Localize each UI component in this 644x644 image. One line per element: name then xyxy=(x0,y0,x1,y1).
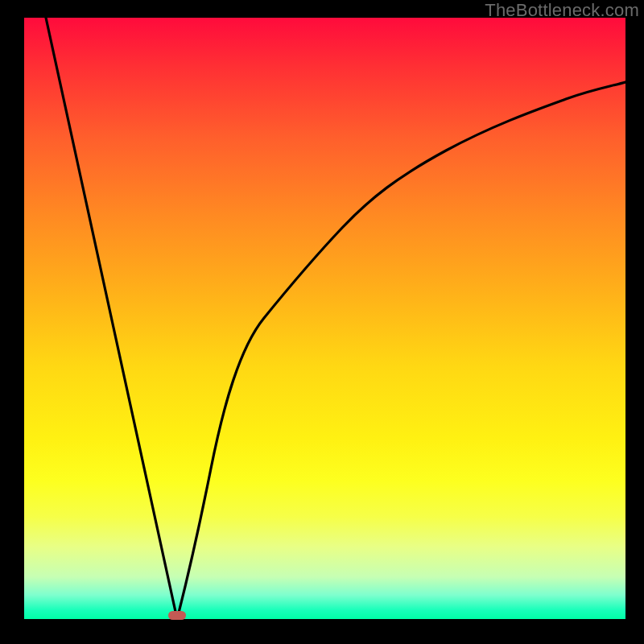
optimum-marker xyxy=(168,611,186,620)
plot-area xyxy=(24,18,625,619)
watermark-text: TheBottleneck.com xyxy=(485,0,639,21)
chart-frame: TheBottleneck.com xyxy=(0,0,644,644)
curve-right-segment xyxy=(177,82,625,619)
bottleneck-curve xyxy=(24,18,625,619)
curve-left-segment xyxy=(46,18,177,619)
